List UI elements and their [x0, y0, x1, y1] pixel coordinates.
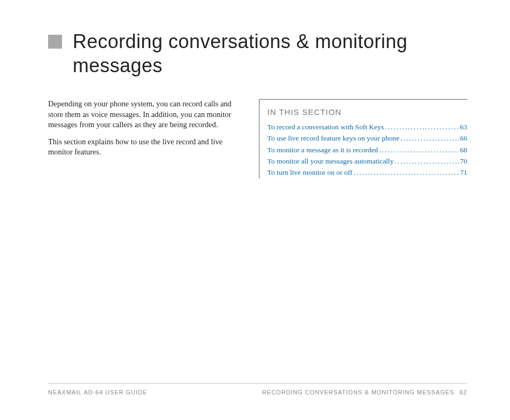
footer-section-title: RECORDING CONVERSATIONS & MONITORING MES…: [262, 389, 454, 395]
toc-link[interactable]: To monitor a message as it is recorded 6…: [267, 145, 467, 155]
content-columns: Depending on your phone system, you can …: [48, 99, 467, 178]
toc-link[interactable]: To turn live monitor on or off 71: [267, 167, 467, 178]
intro-paragraph-1: Depending on your phone system, you can …: [48, 99, 248, 130]
chapter-bullet-icon: [48, 35, 62, 49]
footer-right: RECORDING CONVERSATIONS & MONITORING MES…: [262, 389, 467, 395]
title-row: Recording conversations & monitoring mes…: [48, 29, 467, 77]
page: Recording conversations & monitoring mes…: [0, 0, 510, 420]
chapter-title: Recording conversations & monitoring mes…: [73, 29, 467, 77]
toc-leader-dots: [395, 156, 459, 167]
toc-link[interactable]: To record a conversation with Soft Keys …: [267, 122, 467, 133]
toc-page: 68: [460, 145, 468, 155]
toc-page: 66: [460, 133, 468, 144]
toc-label: To monitor all your messages automatical…: [267, 156, 393, 167]
toc-label: To monitor a message as it is recorded: [267, 145, 378, 155]
page-footer: NEAXMAIL AD-64 USER GUIDE RECORDING CONV…: [48, 383, 467, 395]
toc-link[interactable]: To monitor all your messages automatical…: [267, 156, 467, 167]
toc-leader-dots: [379, 145, 459, 155]
toc-label: To turn live monitor on or off: [267, 167, 352, 178]
intro-paragraph-2: This section explains how to use the liv…: [48, 137, 248, 158]
toc-leader-dots: [400, 133, 459, 144]
toc-label: To record a conversation with Soft Keys: [267, 122, 384, 133]
in-this-section-box: IN THIS SECTION To record a conversation…: [259, 99, 467, 178]
toc-page: 71: [460, 167, 468, 178]
footer-page-number: 62: [460, 389, 467, 395]
intro-column: Depending on your phone system, you can …: [48, 99, 259, 178]
footer-left: NEAXMAIL AD-64 USER GUIDE: [48, 389, 147, 395]
toc-label: To use live record feature keys on your …: [267, 133, 399, 144]
toc-page: 70: [460, 156, 468, 167]
toc-leader-dots: [353, 167, 459, 178]
toc-page: 63: [460, 122, 468, 133]
toc-link[interactable]: To use live record feature keys on your …: [267, 133, 467, 144]
section-toc: To record a conversation with Soft Keys …: [267, 122, 467, 178]
toc-leader-dots: [385, 122, 459, 133]
section-heading: IN THIS SECTION: [267, 107, 467, 116]
